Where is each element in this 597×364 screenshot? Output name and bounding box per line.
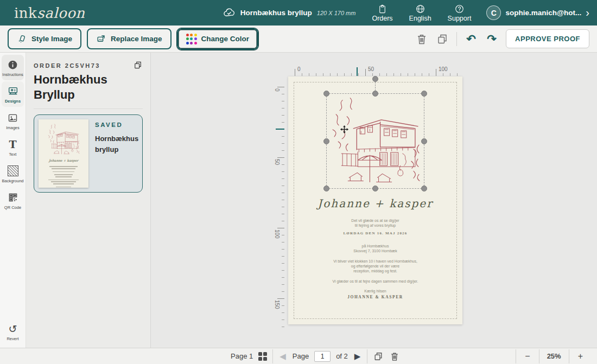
- horizontal-ruler: 0 50 100: [275, 67, 462, 76]
- duplicate-button[interactable]: [436, 33, 449, 46]
- orders-clipboard-icon: [377, 4, 388, 14]
- couple-names-script: Johanne + kasper: [288, 197, 462, 210]
- zoom-controls: − 25% +: [516, 348, 592, 364]
- signoff: Kærlig hilsen: [288, 289, 462, 293]
- previous-page-button[interactable]: ◀: [278, 352, 287, 361]
- trash-icon: [389, 351, 400, 362]
- delete-button[interactable]: [415, 33, 428, 46]
- status-badge: SAVED: [95, 122, 144, 128]
- page-number-input[interactable]: [314, 351, 331, 362]
- zoom-in-button[interactable]: +: [569, 352, 592, 361]
- resize-handle-top-right[interactable]: [421, 91, 427, 97]
- nav-orders[interactable]: Orders: [372, 4, 392, 22]
- sidebar-label: Text: [9, 152, 17, 157]
- redo-button[interactable]: ↷: [485, 33, 498, 46]
- rotate-handle[interactable]: [372, 76, 378, 82]
- logo-suffix: saloon: [37, 5, 85, 21]
- sidebar-item-qr-code[interactable]: QR Code: [2, 188, 24, 213]
- editor-toolbar: Style Image Replace Image Change Color: [0, 25, 597, 53]
- ruler-tick-label: 50: [274, 159, 280, 165]
- replace-image-button[interactable]: Replace Image: [87, 28, 172, 49]
- vertical-ruler: 0 50 100 150: [275, 76, 284, 327]
- replace-image-label: Replace Image: [111, 35, 162, 43]
- ruler-tick-label: 100: [439, 66, 448, 72]
- sidebar-item-text[interactable]: T Text: [2, 135, 24, 160]
- delete-page-button[interactable]: [389, 351, 400, 362]
- style-image-icon: [17, 34, 27, 44]
- trash-icon: [415, 33, 428, 46]
- invitation-line: Vi glæder os til at fejre dagen sammen m…: [288, 279, 462, 284]
- nav-language[interactable]: English: [409, 4, 431, 22]
- resize-handle-bottom-right[interactable]: [421, 186, 427, 191]
- background-icon: [7, 165, 19, 177]
- page-label: Page: [293, 352, 309, 360]
- tool-sidebar: Instructions Designs Images: [0, 53, 26, 348]
- design-canvas[interactable]: 0 50 100 0 50 100 150 Johanne + kasper D…: [151, 53, 597, 348]
- order-panel: ORDER 2C5VH73 Hornbækhus Bryllup Johanne…: [26, 53, 151, 348]
- cursor-position-marker-y: [276, 129, 284, 130]
- sidebar-item-background[interactable]: Background: [2, 161, 24, 187]
- copy-icon: [133, 60, 143, 70]
- invitation-line: Det vil glæde os at se dig/jer: [288, 218, 462, 223]
- thumbnail-names: Johanne + kasper: [39, 158, 88, 162]
- document-title: Hornbækhus bryllup: [240, 9, 312, 17]
- order-title: Hornbækhus Bryllup: [34, 72, 143, 109]
- avatar: C: [486, 5, 501, 20]
- document-tab[interactable]: Hornbækhus bryllup 120 X 170 mm: [223, 7, 356, 20]
- invitation-text-block[interactable]: Johanne + kasper Det vil glæde os at se …: [288, 197, 462, 299]
- resize-handle-top-center[interactable]: [372, 91, 378, 97]
- duplicate-page-button[interactable]: [373, 351, 384, 362]
- account-email: sophie.manich@hot...: [505, 9, 581, 17]
- chevron-right-icon: ›: [586, 7, 589, 19]
- color-palette-icon: [186, 34, 197, 44]
- instructions-icon: [7, 59, 19, 71]
- app-logo[interactable]: inksaloon: [14, 5, 85, 21]
- sidebar-item-instructions[interactable]: Instructions: [2, 55, 24, 80]
- ruler-tick-label: 150: [274, 300, 280, 309]
- document-size: 120 X 170 mm: [317, 10, 356, 16]
- style-image-button[interactable]: Style Image: [8, 28, 81, 49]
- text-icon: T: [7, 138, 19, 150]
- replace-image-icon: [96, 34, 106, 44]
- sidebar-label: Instructions: [2, 72, 23, 77]
- undo-icon: ↶: [466, 33, 476, 45]
- top-bar: inksaloon Hornbækhus bryllup 120 X 170 m…: [0, 0, 597, 25]
- ruler-tick-label: 50: [368, 66, 374, 72]
- sidebar-label: Images: [6, 125, 20, 130]
- undo-button[interactable]: ↶: [465, 33, 478, 46]
- resize-handle-top-left[interactable]: [323, 91, 329, 97]
- change-color-button[interactable]: Change Color: [177, 28, 259, 50]
- resize-handle-bottom-left[interactable]: [323, 186, 329, 191]
- signoff-names: JOHANNE & KASPER: [288, 295, 462, 299]
- images-icon: [7, 112, 19, 124]
- sidebar-label: Designs: [5, 99, 21, 104]
- page-grid-icon[interactable]: [258, 352, 267, 361]
- account-menu[interactable]: C sophie.manich@hot... ›: [486, 5, 589, 20]
- page-navigation: Page 1 ◀ Page of 2 ▶: [231, 348, 400, 364]
- thumbnail-text-lines: [39, 165, 88, 188]
- design-thumbnail: Johanne + kasper: [39, 119, 88, 188]
- resize-handle-middle-right[interactable]: [421, 138, 427, 144]
- sidebar-item-images[interactable]: Images: [2, 108, 24, 133]
- zoom-level: 25%: [539, 352, 569, 360]
- move-cursor-icon: [340, 125, 349, 134]
- zoom-out-button[interactable]: −: [516, 352, 538, 361]
- bottombar-divider: [367, 349, 367, 363]
- question-circle-icon: [454, 4, 465, 14]
- nav-support[interactable]: Support: [448, 4, 472, 22]
- invitation-line: til fejring af vores bryllup: [288, 223, 462, 228]
- copy-order-button[interactable]: [133, 60, 143, 70]
- design-card[interactable]: Johanne + kasper SAVED Hornbækhus bryllu…: [34, 114, 143, 193]
- revert-button[interactable]: ↺ Revert: [2, 319, 24, 344]
- resize-handle-bottom-center[interactable]: [372, 186, 378, 191]
- approve-proof-button[interactable]: APPROVE PROOF: [506, 29, 589, 48]
- resize-handle-middle-left[interactable]: [323, 138, 329, 144]
- ruler-tick-label: 0: [274, 88, 280, 92]
- copy-icon: [436, 33, 449, 46]
- next-page-button[interactable]: ▶: [353, 352, 362, 361]
- style-image-label: Style Image: [31, 35, 72, 43]
- selection-box[interactable]: [326, 93, 424, 189]
- nav-orders-label: Orders: [372, 15, 392, 22]
- nav-language-label: English: [409, 15, 431, 22]
- sidebar-item-designs[interactable]: Designs: [2, 81, 24, 107]
